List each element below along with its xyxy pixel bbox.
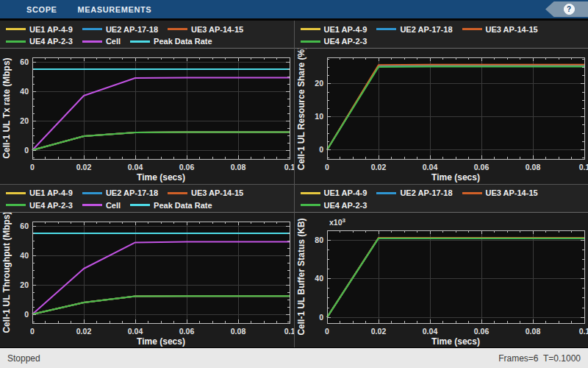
- legend-label: UE4 AP-2-3: [29, 201, 73, 210]
- legend-line-icon: [376, 192, 396, 194]
- x-tick-label: 0.04: [422, 163, 437, 171]
- legend-item[interactable]: UE2 AP-17-18: [376, 25, 452, 34]
- tab-scope[interactable]: SCOPE: [16, 0, 68, 18]
- status-bar: Stopped Frames=6 T=0.1000: [0, 347, 588, 368]
- legend-item[interactable]: UE4 AP-2-3: [6, 201, 73, 210]
- legend-label: UE1 AP-4-9: [29, 25, 73, 34]
- legend-item[interactable]: UE1 AP-4-9: [301, 25, 368, 34]
- legend-line-icon: [301, 204, 320, 206]
- legend-item[interactable]: UE1 AP-4-9: [301, 188, 368, 197]
- y-tick-label: 60: [20, 57, 29, 66]
- legend-line-icon: [6, 40, 26, 43]
- legend-item[interactable]: UE3 AP-14-15: [168, 188, 243, 197]
- legend-row: UE4 AP-2-3CellPeak Data Rate: [6, 199, 294, 211]
- plot-ul-resource-share[interactable]: 00.020.040.060.080.101020Time (secs)Cell…: [295, 49, 588, 184]
- legend-item[interactable]: Peak Data Rate: [130, 37, 212, 46]
- quadrant-ul-throughput: UE1 AP-4-9UE2 AP-17-18UE3 AP-14-15UE4 AP…: [0, 185, 294, 348]
- legend-line-icon: [6, 192, 26, 194]
- x-tick-label: 0.1: [284, 327, 294, 336]
- x-axis-label: Time (secs): [431, 336, 480, 347]
- legend-item[interactable]: UE1 AP-4-9: [6, 25, 73, 34]
- scope-grid: UE1 AP-4-9UE2 AP-17-18UE3 AP-14-15UE4 AP…: [0, 21, 588, 347]
- legend-line-icon: [301, 40, 320, 43]
- help-chevron[interactable]: ?: [545, 1, 588, 17]
- y-tick-label: 10: [315, 112, 323, 121]
- x-tick-label: 0.08: [525, 327, 540, 336]
- legend-item[interactable]: Peak Data Rate: [130, 201, 212, 210]
- legend-label: UE3 AP-14-15: [486, 188, 538, 197]
- x-tick-label: 0.04: [128, 327, 143, 336]
- legend-ul-buffer-status: UE1 AP-4-9UE2 AP-17-18UE3 AP-14-15UE4 AP…: [295, 185, 588, 213]
- legend-item[interactable]: Cell: [82, 37, 121, 46]
- legend-line-icon: [82, 192, 102, 194]
- plot-ul-tx-rate[interactable]: 00.020.040.060.080.10204060Time (secs)Ce…: [0, 49, 294, 184]
- legend-item[interactable]: UE3 AP-14-15: [462, 188, 538, 197]
- x-tick-label: 0.06: [473, 327, 489, 336]
- chart-ul-throughput: 00.020.040.060.080.10204060Time (secs)Ce…: [0, 213, 294, 348]
- legend-line-icon: [82, 40, 102, 43]
- x-tick-label: 0.1: [284, 163, 294, 171]
- legend-label: UE2 AP-17-18: [400, 25, 452, 34]
- x-tick-label: 0.06: [179, 163, 195, 171]
- y-axis-multiplier: x103: [329, 217, 346, 227]
- legend-item[interactable]: UE2 AP-17-18: [82, 188, 158, 197]
- legend-line-icon: [462, 28, 482, 30]
- legend-row: UE1 AP-4-9UE2 AP-17-18UE3 AP-14-15: [301, 187, 588, 199]
- help-icon[interactable]: ?: [564, 4, 575, 15]
- status-message: Stopped: [7, 353, 40, 364]
- y-tick-label: 60: [20, 221, 29, 230]
- legend-row: UE4 AP-2-3: [301, 35, 588, 47]
- legend-label: UE2 AP-17-18: [400, 188, 452, 197]
- legend-line-icon: [82, 28, 102, 30]
- x-tick-label: 0.08: [231, 163, 246, 171]
- legend-label: UE3 AP-14-15: [191, 25, 243, 34]
- x-tick-label: 0.08: [231, 327, 246, 336]
- legend-item[interactable]: UE4 AP-2-3: [301, 201, 368, 210]
- legend-label: UE1 AP-4-9: [29, 188, 73, 197]
- x-tick-label: 0: [325, 163, 329, 171]
- x-axis-label: Time (secs): [137, 172, 185, 183]
- legend-item[interactable]: Cell: [82, 201, 121, 210]
- legend-label: UE4 AP-2-3: [324, 201, 368, 210]
- legend-label: Cell: [106, 201, 121, 210]
- x-axis-label: Time (secs): [431, 172, 480, 183]
- legend-label: Peak Data Rate: [154, 37, 212, 46]
- plot-ul-buffer-status[interactable]: 00.020.040.060.080.104080Time (secs)Cell…: [295, 213, 588, 348]
- legend-item[interactable]: UE2 AP-17-18: [82, 25, 158, 34]
- y-axis-label: Cell-1 UL Resource Share (%): [296, 49, 306, 170]
- legend-item[interactable]: UE2 AP-17-18: [376, 188, 452, 197]
- legend-line-icon: [301, 28, 320, 30]
- legend-item[interactable]: UE1 AP-4-9: [6, 188, 73, 197]
- legend-line-icon: [130, 204, 150, 206]
- y-tick-label: 0: [319, 312, 323, 321]
- x-tick-label: 0.04: [422, 327, 437, 336]
- legend-item[interactable]: UE4 AP-2-3: [6, 37, 73, 46]
- y-tick-label: 0: [24, 309, 29, 318]
- legend-item[interactable]: UE4 AP-2-3: [301, 37, 368, 46]
- y-tick-label: 20: [20, 280, 29, 289]
- y-tick-label: 20: [20, 116, 29, 125]
- x-tick-label: 0.06: [179, 327, 195, 336]
- legend-item[interactable]: UE3 AP-14-15: [168, 25, 243, 34]
- legend-line-icon: [376, 28, 396, 30]
- legend-line-icon: [168, 192, 187, 194]
- x-tick-label: 0.06: [473, 163, 489, 171]
- x-tick-label: 0: [30, 327, 35, 336]
- legend-label: UE3 AP-14-15: [191, 188, 243, 197]
- x-tick-label: 0.04: [128, 163, 143, 171]
- y-tick-label: 20: [315, 79, 323, 88]
- legend-label: UE4 AP-2-3: [324, 37, 368, 46]
- legend-line-icon: [6, 28, 26, 30]
- x-tick-label: 0.02: [370, 163, 386, 171]
- legend-item[interactable]: UE3 AP-14-15: [462, 25, 538, 34]
- legend-ul-resource-share: UE1 AP-4-9UE2 AP-17-18UE3 AP-14-15UE4 AP…: [295, 21, 588, 49]
- legend-line-icon: [130, 40, 150, 43]
- x-tick-label: 0.02: [76, 327, 92, 336]
- legend-row: UE4 AP-2-3CellPeak Data Rate: [6, 35, 294, 47]
- y-tick-label: 0: [24, 146, 29, 155]
- quadrant-ul-buffer-status: UE1 AP-4-9UE2 AP-17-18UE3 AP-14-15UE4 AP…: [295, 185, 588, 348]
- x-tick-label: 0.02: [370, 327, 386, 336]
- plot-ul-throughput[interactable]: 00.020.040.060.080.10204060Time (secs)Ce…: [0, 213, 294, 348]
- x-tick-label: 0.1: [578, 327, 588, 336]
- tab-measurements[interactable]: MEASUREMENTS: [68, 0, 162, 18]
